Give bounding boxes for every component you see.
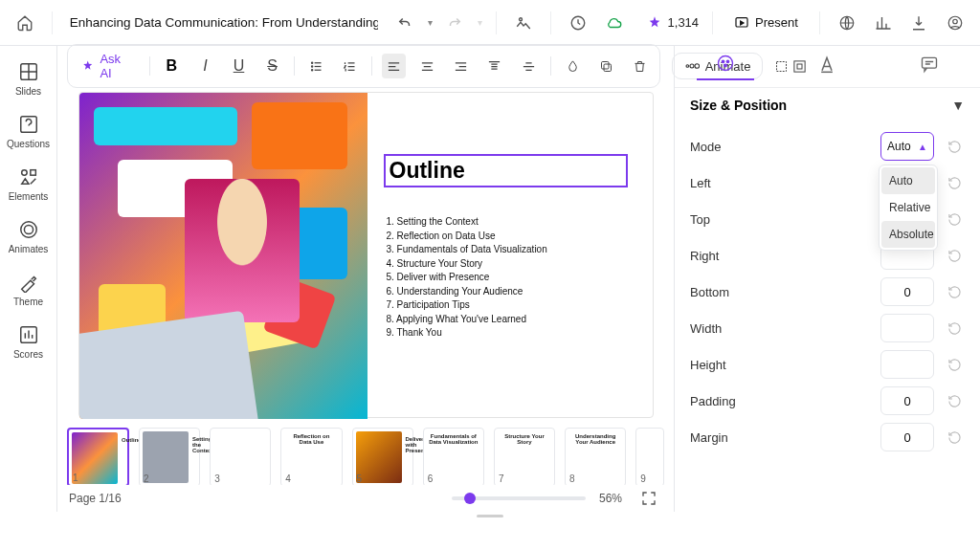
home-icon[interactable] [11, 10, 38, 36]
canvas[interactable]: Outline 1. Setting the Context2. Reflect… [57, 86, 674, 424]
reset-icon[interactable] [944, 354, 965, 375]
credits-display[interactable]: 1,314 [647, 15, 700, 31]
copy-button[interactable] [594, 54, 618, 78]
slide-heading[interactable]: Outline [384, 154, 628, 187]
nav-questions[interactable]: Questions [0, 108, 57, 155]
page-indicator: Page 1/16 [69, 492, 122, 505]
bullet-list-button[interactable] [304, 54, 328, 78]
slide-image [79, 93, 368, 419]
ask-ai-button[interactable]: Ask AI [76, 50, 140, 82]
svg-point-11 [20, 222, 36, 238]
italic-button[interactable]: I [193, 54, 217, 78]
reset-icon[interactable] [944, 245, 965, 266]
resize-handle[interactable] [0, 512, 980, 519]
account-icon[interactable] [942, 10, 969, 36]
svg-point-8 [21, 170, 27, 176]
zoom-value: 56% [599, 492, 622, 505]
bold-button[interactable]: B [160, 54, 184, 78]
main-area: Ask AI B I U S [57, 46, 674, 512]
present-button[interactable]: Present [726, 11, 806, 34]
panel-title: Size & Position [690, 98, 787, 113]
underline-button[interactable]: U [227, 54, 251, 78]
download-icon[interactable] [905, 10, 932, 36]
width-input[interactable] [880, 314, 934, 342]
svg-point-26 [726, 60, 729, 63]
align-right-button[interactable] [449, 54, 473, 78]
tab-style[interactable] [697, 54, 754, 80]
strike-button[interactable]: S [260, 54, 284, 78]
mode-dropdown-menu: Auto Relative Absolute [879, 165, 938, 251]
valign-top-button[interactable] [482, 54, 506, 78]
svg-point-15 [312, 69, 313, 70]
history-icon[interactable] [565, 10, 591, 36]
svg-rect-17 [601, 61, 609, 69]
reset-icon[interactable] [944, 209, 965, 230]
reset-icon[interactable] [944, 172, 965, 193]
mode-option-relative[interactable]: Relative [881, 194, 935, 221]
fullscreen-icon[interactable] [635, 485, 662, 512]
mode-option-auto[interactable]: Auto [881, 167, 935, 194]
footer: Page 1/16 56% [57, 485, 674, 512]
nav-slides[interactable]: Slides [0, 55, 57, 102]
padding-input[interactable] [880, 386, 934, 415]
align-left-button[interactable] [382, 54, 406, 78]
thumbnail-9[interactable]: 9 [635, 428, 664, 485]
chevron-down-icon[interactable]: ▼ [951, 98, 965, 113]
slide-outline-list: 1. Setting the Context2. Reflection on D… [387, 215, 635, 341]
topbar: ▾ ▾ 1,314 Present [0, 0, 980, 46]
thumbnail-7[interactable]: Structure Your Story7 [494, 428, 555, 485]
svg-point-27 [724, 64, 727, 67]
right-tabs [675, 46, 980, 88]
valign-middle-button[interactable] [517, 54, 541, 78]
svg-point-5 [953, 19, 958, 24]
thumbnail-2[interactable]: Setting the Context2 [139, 428, 200, 485]
left-sidebar: Slides Questions Elements Animates Theme… [0, 46, 57, 512]
color-button[interactable] [561, 54, 585, 78]
tab-comments[interactable] [901, 55, 958, 79]
svg-rect-16 [604, 64, 612, 72]
svg-point-0 [520, 17, 523, 20]
tab-text[interactable] [798, 55, 856, 79]
undo-button[interactable] [391, 10, 418, 36]
reset-icon[interactable] [944, 427, 965, 448]
thumbnail-5[interactable]: Deliver with Presence5 [352, 428, 413, 485]
thumbnail-strip: Outline1 Setting the Context2 3 Reflecti… [57, 424, 674, 485]
reset-icon[interactable] [944, 390, 965, 411]
thumbnail-6[interactable]: Fundamentals of Data Visualization6 [423, 428, 484, 485]
document-title-input[interactable] [66, 10, 382, 35]
align-center-button[interactable] [415, 54, 439, 78]
zoom-slider[interactable] [452, 496, 586, 500]
nav-elements[interactable]: Elements [0, 161, 57, 208]
thumbnail-1[interactable]: Outline1 [67, 428, 129, 485]
right-panel: Size & Position ▼ Mode Auto ▲ Auto Relat… [674, 46, 980, 512]
number-list-button[interactable] [338, 54, 362, 78]
bottom-input[interactable] [880, 277, 934, 306]
delete-button[interactable] [628, 54, 652, 78]
thumbnail-4[interactable]: Reflection on Data Use4 [280, 428, 342, 485]
mode-dropdown[interactable]: Auto ▲ [880, 132, 934, 161]
analytics-icon[interactable] [870, 10, 897, 36]
slide: Outline 1. Setting the Context2. Reflect… [78, 92, 654, 418]
format-toolbar: Ask AI B I U S [57, 46, 674, 86]
svg-point-25 [722, 60, 724, 63]
size-position-panel: Size & Position ▼ Mode Auto ▲ Auto Relat… [675, 88, 980, 465]
nav-animates[interactable]: Animates [0, 213, 57, 260]
svg-point-14 [312, 65, 313, 66]
reset-icon[interactable] [944, 281, 965, 302]
nav-scores[interactable]: Scores [0, 319, 57, 365]
thumbnail-8[interactable]: Understanding Your Audience8 [565, 428, 626, 485]
image-icon[interactable] [510, 10, 537, 36]
reset-icon[interactable] [944, 136, 965, 157]
redo-button[interactable] [442, 10, 469, 36]
mode-label: Mode [690, 140, 880, 154]
globe-icon[interactable] [834, 10, 860, 36]
cloud-save-icon[interactable] [601, 10, 628, 36]
svg-rect-28 [922, 57, 936, 68]
thumbnail-3[interactable]: 3 [210, 428, 271, 485]
mode-option-absolute[interactable]: Absolute [881, 221, 935, 248]
margin-input[interactable] [880, 423, 934, 451]
reset-icon[interactable] [944, 318, 965, 339]
height-input[interactable] [880, 350, 934, 379]
nav-theme[interactable]: Theme [0, 266, 57, 313]
svg-point-24 [719, 55, 733, 70]
